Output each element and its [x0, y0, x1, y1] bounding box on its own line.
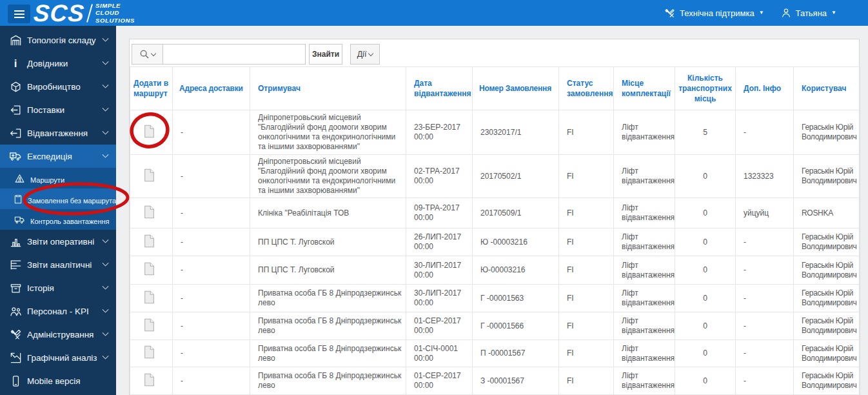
sidebar-expedition-block: Експедиція Маршрути Замовлення без маршр…	[0, 145, 116, 230]
ship-date-cell: 01-СЕР-201700:00	[406, 367, 473, 395]
truck-icon	[13, 214, 26, 225]
sidebar-item-loading-control[interactable]: Контроль завантаження	[0, 209, 116, 230]
sidebar-item-analytical-reports[interactable]: Звіти аналітичні	[0, 253, 116, 276]
search-scope-button[interactable]	[132, 44, 163, 65]
status-cell: FI	[559, 312, 614, 340]
additional-info-cell: 1323323	[736, 155, 794, 198]
user-cell: ROSHKA	[794, 198, 861, 228]
document-icon-svg	[144, 290, 155, 304]
packing-place-cell: Ліфт відвантаження	[614, 312, 675, 340]
report-lines-icon	[9, 259, 22, 271]
sidebar-nav: Топологія складу i Довідники Виробництво…	[0, 26, 116, 395]
document-icon[interactable]	[144, 168, 155, 182]
sidebar-item-orders-without-route[interactable]: Замовлення без маршрута	[0, 188, 116, 209]
chevron-down-icon	[103, 35, 109, 41]
address-cell: -	[173, 256, 250, 285]
document-icon[interactable]	[144, 373, 155, 387]
truck-plus-icon	[9, 150, 22, 163]
col-ship-date[interactable]: Дата відвантаження	[406, 67, 473, 110]
document-icon-svg	[144, 345, 155, 359]
table-row: -Приватна особа ГБ 8 Дніпродзержинськ ле…	[130, 312, 861, 340]
receiver-cell: ПП ЦПС Т. Луговской	[250, 256, 406, 285]
sidebar-item-supplies[interactable]: Поставки	[0, 98, 116, 121]
chevron-down-icon: ▼	[759, 10, 764, 15]
add-to-route-cell	[130, 256, 173, 285]
order-number-cell: Г -00001563	[473, 285, 559, 312]
status-cell: FI	[559, 340, 614, 367]
receiver-cell: Дніпропетровьский місцевий "Благодійний …	[250, 110, 406, 155]
ship-date-cell: 09-ТРА-201700:00	[406, 198, 473, 228]
col-add-to-route[interactable]: Додати в маршрут	[130, 67, 173, 110]
chevron-down-icon	[103, 58, 109, 65]
order-number-cell: Г -00001566	[473, 312, 559, 340]
sidebar-item-operational-reports[interactable]: Звіти оперативні	[0, 230, 116, 253]
add-to-route-cell	[130, 285, 173, 312]
sidebar-item-graphic-analysis[interactable]: Графічний аналіз	[0, 346, 116, 369]
user-menu[interactable]: Татьяна ▼	[781, 8, 836, 18]
order-number-cell: З -00001567	[473, 367, 559, 395]
clipboard-icon	[13, 194, 23, 204]
chevron-down-icon: ▼	[831, 10, 836, 15]
ship-date-cell: 01-СЕР-201700:00	[406, 312, 473, 340]
chevron-down-icon	[103, 236, 109, 243]
document-icon[interactable]	[144, 125, 155, 138]
additional-info-cell: уйцуйц	[736, 198, 794, 228]
document-icon[interactable]	[144, 290, 155, 304]
brand-logo[interactable]: SCS SIMPLE CLOUD SOLUTIONS	[34, 1, 135, 25]
people-icon	[9, 305, 22, 318]
receiver-cell: Приватна особа ГБ 8 Дніпродзержинськ лев…	[250, 312, 406, 340]
document-icon[interactable]	[144, 318, 155, 332]
table-row: -ПП ЦПС Т. Луговской30-ЛИП-201700:00Ю-00…	[130, 256, 861, 285]
status-cell: FI	[559, 198, 614, 228]
sidebar-item-administration[interactable]: Адміністрування	[0, 323, 116, 346]
sidebar-item-topology[interactable]: Топологія складу	[0, 28, 116, 52]
document-icon[interactable]	[144, 345, 155, 359]
col-receiver[interactable]: Отримувач	[250, 67, 406, 110]
sidebar-item-shipment[interactable]: Відвантаження	[0, 121, 116, 145]
brand-words: SIMPLE CLOUD SOLUTIONS	[95, 2, 135, 24]
user-cell: Гераськін Юрій Володимирович	[794, 228, 861, 256]
sidebar-item-mobile-version[interactable]: Mobile версія	[0, 369, 116, 392]
find-button[interactable]: Знайти	[309, 44, 342, 65]
col-additional-info[interactable]: Доп. Інфо	[736, 67, 794, 110]
orders-panel: Знайти Дії Додати в маршрут Адреса доста…	[129, 39, 860, 395]
additional-info-cell: -	[736, 340, 794, 367]
document-icon-svg	[144, 168, 155, 182]
sidebar-item-production[interactable]: Виробництво	[0, 75, 116, 98]
table-row: -Клініка "Реабілітація ТОВ09-ТРА-201700:…	[130, 198, 861, 228]
tech-support-menu[interactable]: Технічна підтримка ▼	[664, 8, 764, 19]
document-icon[interactable]	[144, 205, 155, 219]
col-delivery-address[interactable]: Адреса доставки	[173, 67, 250, 110]
tools-icon	[9, 329, 22, 341]
ship-date-cell: 26-ЛИП-201700:00	[406, 228, 473, 256]
col-transport-qty[interactable]: Кількість транспортних місць	[675, 67, 736, 110]
export-icon	[9, 127, 22, 139]
user-icon	[781, 8, 791, 18]
chevron-down-icon	[103, 81, 109, 88]
chevron-down-icon	[103, 352, 109, 359]
col-user[interactable]: Користувач	[794, 67, 861, 110]
packing-place-cell: Ліфт відвантаження	[614, 285, 675, 312]
document-icon[interactable]	[144, 234, 155, 248]
address-cell: -	[173, 340, 250, 367]
sidebar-item-personnel-kpi[interactable]: Персонал - KPI	[0, 299, 116, 323]
ship-date-cell: 01-СІЧ-000100:00	[406, 340, 473, 367]
receiver-cell: Клініка "Реабілітація ТОВ	[250, 198, 406, 228]
col-order-status[interactable]: Статус замовлення	[559, 67, 614, 110]
sidebar-item-routes[interactable]: Маршрути	[0, 168, 116, 188]
col-packing-place[interactable]: Місце комплектації	[614, 67, 675, 110]
col-order-number[interactable]: Номер Замовлення	[473, 67, 559, 110]
sidebar-item-history[interactable]: Історія	[0, 276, 116, 299]
additional-info-cell: -	[736, 367, 794, 395]
address-cell: -	[173, 312, 250, 340]
packing-place-cell: Ліфт відвантаження	[614, 155, 675, 198]
add-to-route-cell	[130, 340, 173, 367]
chevron-down-icon	[103, 128, 109, 134]
actions-button[interactable]: Дії	[350, 44, 380, 65]
menu-toggle-button[interactable]	[8, 5, 30, 23]
import-icon	[9, 104, 22, 116]
document-icon[interactable]	[144, 262, 155, 276]
sidebar-item-expedition[interactable]: Експедиція	[0, 145, 116, 168]
search-input[interactable]	[163, 44, 306, 65]
sidebar-item-directories[interactable]: i Довідники	[0, 52, 116, 75]
